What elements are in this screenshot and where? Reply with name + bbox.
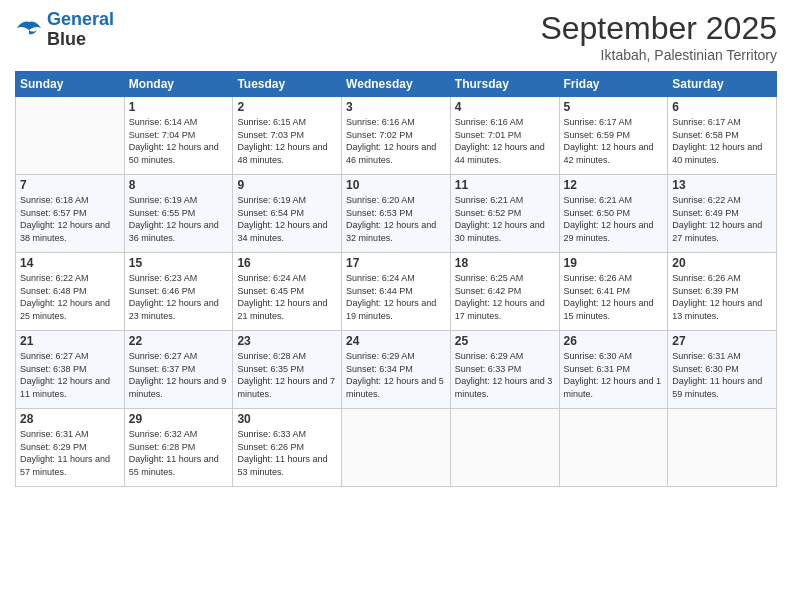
sunset-text: Sunset: 6:37 PM [129,364,196,374]
calendar-cell: 6 Sunrise: 6:17 AM Sunset: 6:58 PM Dayli… [668,97,777,175]
day-number: 4 [455,100,555,114]
sunrise-text: Sunrise: 6:20 AM [346,195,415,205]
day-number: 23 [237,334,337,348]
daylight-text: Daylight: 12 hours and 17 minutes. [455,298,545,321]
daylight-text: Daylight: 12 hours and 21 minutes. [237,298,327,321]
day-number: 18 [455,256,555,270]
daylight-text: Daylight: 12 hours and 50 minutes. [129,142,219,165]
cell-info: Sunrise: 6:29 AM Sunset: 6:34 PM Dayligh… [346,350,446,400]
cell-info: Sunrise: 6:21 AM Sunset: 6:52 PM Dayligh… [455,194,555,244]
calendar-cell: 22 Sunrise: 6:27 AM Sunset: 6:37 PM Dayl… [124,331,233,409]
col-wednesday: Wednesday [342,72,451,97]
cell-info: Sunrise: 6:14 AM Sunset: 7:04 PM Dayligh… [129,116,229,166]
sunrise-text: Sunrise: 6:17 AM [672,117,741,127]
sunrise-text: Sunrise: 6:26 AM [564,273,633,283]
calendar-body: 1 Sunrise: 6:14 AM Sunset: 7:04 PM Dayli… [16,97,777,487]
calendar-cell: 27 Sunrise: 6:31 AM Sunset: 6:30 PM Dayl… [668,331,777,409]
calendar-cell: 2 Sunrise: 6:15 AM Sunset: 7:03 PM Dayli… [233,97,342,175]
day-number: 26 [564,334,664,348]
daylight-text: Daylight: 12 hours and 5 minutes. [346,376,444,399]
daylight-text: Daylight: 12 hours and 44 minutes. [455,142,545,165]
calendar-table: Sunday Monday Tuesday Wednesday Thursday… [15,71,777,487]
day-number: 13 [672,178,772,192]
daylight-text: Daylight: 12 hours and 30 minutes. [455,220,545,243]
sunset-text: Sunset: 6:39 PM [672,286,739,296]
cell-info: Sunrise: 6:27 AM Sunset: 6:37 PM Dayligh… [129,350,229,400]
cell-info: Sunrise: 6:26 AM Sunset: 6:39 PM Dayligh… [672,272,772,322]
sunset-text: Sunset: 6:33 PM [455,364,522,374]
sunset-text: Sunset: 6:34 PM [346,364,413,374]
sunrise-text: Sunrise: 6:22 AM [672,195,741,205]
daylight-text: Daylight: 12 hours and 27 minutes. [672,220,762,243]
sunset-text: Sunset: 6:58 PM [672,130,739,140]
sunrise-text: Sunrise: 6:31 AM [20,429,89,439]
calendar-cell: 1 Sunrise: 6:14 AM Sunset: 7:04 PM Dayli… [124,97,233,175]
daylight-text: Daylight: 11 hours and 55 minutes. [129,454,219,477]
cell-info: Sunrise: 6:20 AM Sunset: 6:53 PM Dayligh… [346,194,446,244]
day-number: 19 [564,256,664,270]
sunrise-text: Sunrise: 6:16 AM [455,117,524,127]
sunset-text: Sunset: 7:04 PM [129,130,196,140]
calendar-cell: 11 Sunrise: 6:21 AM Sunset: 6:52 PM Dayl… [450,175,559,253]
day-number: 12 [564,178,664,192]
calendar-cell: 12 Sunrise: 6:21 AM Sunset: 6:50 PM Dayl… [559,175,668,253]
sunrise-text: Sunrise: 6:23 AM [129,273,198,283]
calendar-cell: 7 Sunrise: 6:18 AM Sunset: 6:57 PM Dayli… [16,175,125,253]
cell-info: Sunrise: 6:17 AM Sunset: 6:59 PM Dayligh… [564,116,664,166]
day-number: 28 [20,412,120,426]
calendar-cell: 4 Sunrise: 6:16 AM Sunset: 7:01 PM Dayli… [450,97,559,175]
daylight-text: Daylight: 11 hours and 59 minutes. [672,376,762,399]
sunrise-text: Sunrise: 6:28 AM [237,351,306,361]
day-number: 10 [346,178,446,192]
daylight-text: Daylight: 12 hours and 15 minutes. [564,298,654,321]
col-monday: Monday [124,72,233,97]
sunset-text: Sunset: 6:49 PM [672,208,739,218]
sunset-text: Sunset: 6:35 PM [237,364,304,374]
daylight-text: Daylight: 12 hours and 7 minutes. [237,376,335,399]
day-number: 15 [129,256,229,270]
cell-info: Sunrise: 6:24 AM Sunset: 6:45 PM Dayligh… [237,272,337,322]
calendar-cell: 3 Sunrise: 6:16 AM Sunset: 7:02 PM Dayli… [342,97,451,175]
sunset-text: Sunset: 6:54 PM [237,208,304,218]
cell-info: Sunrise: 6:17 AM Sunset: 6:58 PM Dayligh… [672,116,772,166]
cell-info: Sunrise: 6:25 AM Sunset: 6:42 PM Dayligh… [455,272,555,322]
daylight-text: Daylight: 12 hours and 32 minutes. [346,220,436,243]
sunrise-text: Sunrise: 6:19 AM [129,195,198,205]
cell-info: Sunrise: 6:26 AM Sunset: 6:41 PM Dayligh… [564,272,664,322]
cell-info: Sunrise: 6:29 AM Sunset: 6:33 PM Dayligh… [455,350,555,400]
calendar-cell [16,97,125,175]
calendar-cell: 8 Sunrise: 6:19 AM Sunset: 6:55 PM Dayli… [124,175,233,253]
daylight-text: Daylight: 11 hours and 57 minutes. [20,454,110,477]
logo-text: General Blue [47,10,114,50]
sunset-text: Sunset: 6:52 PM [455,208,522,218]
calendar-cell: 9 Sunrise: 6:19 AM Sunset: 6:54 PM Dayli… [233,175,342,253]
sunset-text: Sunset: 6:30 PM [672,364,739,374]
logo-line2: Blue [47,30,114,50]
calendar-cell: 25 Sunrise: 6:29 AM Sunset: 6:33 PM Dayl… [450,331,559,409]
header: General Blue September 2025 Iktabah, Pal… [15,10,777,63]
daylight-text: Daylight: 12 hours and 38 minutes. [20,220,110,243]
sunset-text: Sunset: 6:53 PM [346,208,413,218]
cell-info: Sunrise: 6:18 AM Sunset: 6:57 PM Dayligh… [20,194,120,244]
cell-info: Sunrise: 6:33 AM Sunset: 6:26 PM Dayligh… [237,428,337,478]
sunset-text: Sunset: 6:38 PM [20,364,87,374]
sunrise-text: Sunrise: 6:30 AM [564,351,633,361]
sunrise-text: Sunrise: 6:22 AM [20,273,89,283]
cell-info: Sunrise: 6:31 AM Sunset: 6:30 PM Dayligh… [672,350,772,400]
sunset-text: Sunset: 6:55 PM [129,208,196,218]
cell-info: Sunrise: 6:16 AM Sunset: 7:01 PM Dayligh… [455,116,555,166]
daylight-text: Daylight: 12 hours and 1 minute. [564,376,662,399]
daylight-text: Daylight: 12 hours and 46 minutes. [346,142,436,165]
calendar-cell: 16 Sunrise: 6:24 AM Sunset: 6:45 PM Dayl… [233,253,342,331]
day-number: 20 [672,256,772,270]
daylight-text: Daylight: 11 hours and 53 minutes. [237,454,327,477]
calendar-week-4: 28 Sunrise: 6:31 AM Sunset: 6:29 PM Dayl… [16,409,777,487]
day-number: 27 [672,334,772,348]
sunset-text: Sunset: 6:26 PM [237,442,304,452]
day-number: 21 [20,334,120,348]
sunset-text: Sunset: 6:31 PM [564,364,631,374]
calendar-header: Sunday Monday Tuesday Wednesday Thursday… [16,72,777,97]
cell-info: Sunrise: 6:27 AM Sunset: 6:38 PM Dayligh… [20,350,120,400]
sunset-text: Sunset: 6:42 PM [455,286,522,296]
sunset-text: Sunset: 6:28 PM [129,442,196,452]
